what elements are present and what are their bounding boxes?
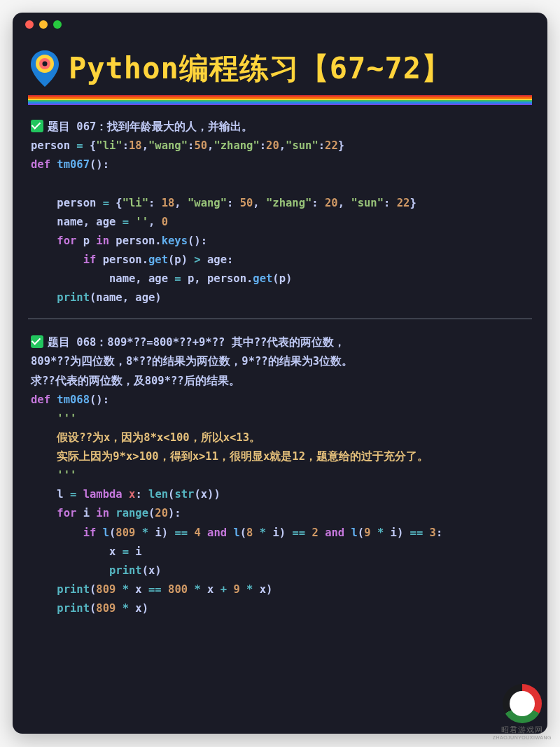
- code-line: for p in person.keys():: [31, 232, 529, 251]
- topic-068-line3: 求??代表的两位数，及809*??后的结果。: [31, 372, 529, 391]
- code-line: person = {"li":18,"wang":50,"zhang":20,"…: [31, 137, 529, 155]
- code-line: def tm068():: [31, 391, 529, 410]
- svg-point-2: [43, 62, 48, 67]
- code-content: 题目 067：找到年龄最大的人，并输出。 person = {"li":18,"…: [13, 115, 547, 618]
- section-divider: [28, 319, 532, 319]
- code-line: print(x): [31, 561, 529, 580]
- watermark: 昭君游戏网 ZHAOJUNYOUXIWANG: [493, 684, 552, 740]
- code-line: def tm067():: [31, 155, 529, 174]
- code-line: person = {"li": 18, "wang": 50, "zhang":…: [31, 194, 529, 213]
- window-titlebar: [13, 13, 547, 36]
- code-line: ''': [31, 410, 529, 428]
- watermark-logo-icon: [503, 684, 542, 723]
- code-line: ''': [31, 466, 529, 485]
- code-line: x = i: [31, 543, 529, 561]
- topic-068-line2: 809*??为四位数，8*??的结果为两位数，9*??的结果为3位数。: [31, 352, 529, 371]
- code-line: name, age = '', 0: [31, 213, 529, 232]
- docstring-line: 假设??为x，因为8*x<100，所以x<13。: [31, 428, 529, 447]
- rainbow-divider: [28, 95, 532, 105]
- page-header: Python编程练习【67~72】: [13, 36, 547, 95]
- check-icon: [31, 335, 43, 348]
- maximize-icon[interactable]: [53, 20, 62, 29]
- close-icon[interactable]: [25, 20, 34, 29]
- docstring-line: 实际上因为9*x>100，得到x>11，很明显x就是12，题意给的过于充分了。: [31, 447, 529, 466]
- code-line: print(809 * x): [31, 599, 529, 618]
- code-line: name, age = p, person.get(p): [31, 270, 529, 288]
- page-title: Python编程练习【67~72】: [69, 49, 451, 88]
- watermark-name: 昭君游戏网: [501, 725, 543, 735]
- code-line: if l(809 * i) == 4 and l(8 * i) == 2 and…: [31, 524, 529, 543]
- minimize-icon[interactable]: [39, 20, 48, 29]
- topic-068: 题目 068：809*??=800*??+9*?? 其中??代表的两位数，: [31, 333, 529, 352]
- code-line: for i in range(20):: [31, 504, 529, 523]
- editor-window: Python编程练习【67~72】 题目 067：找到年龄最大的人，并输出。 p…: [13, 13, 547, 734]
- code-line: l = lambda x: len(str(x)): [31, 485, 529, 504]
- topic-067: 题目 067：找到年龄最大的人，并输出。: [31, 118, 529, 137]
- code-line: print(809 * x == 800 * x + 9 * x): [31, 580, 529, 599]
- code-line: print(name, age): [31, 288, 529, 307]
- check-icon: [31, 120, 43, 132]
- code-line: if person.get(p) > age:: [31, 251, 529, 270]
- code-line: [31, 174, 529, 193]
- location-pin-icon: [28, 49, 62, 88]
- watermark-url: ZHAOJUNYOUXIWANG: [493, 735, 552, 740]
